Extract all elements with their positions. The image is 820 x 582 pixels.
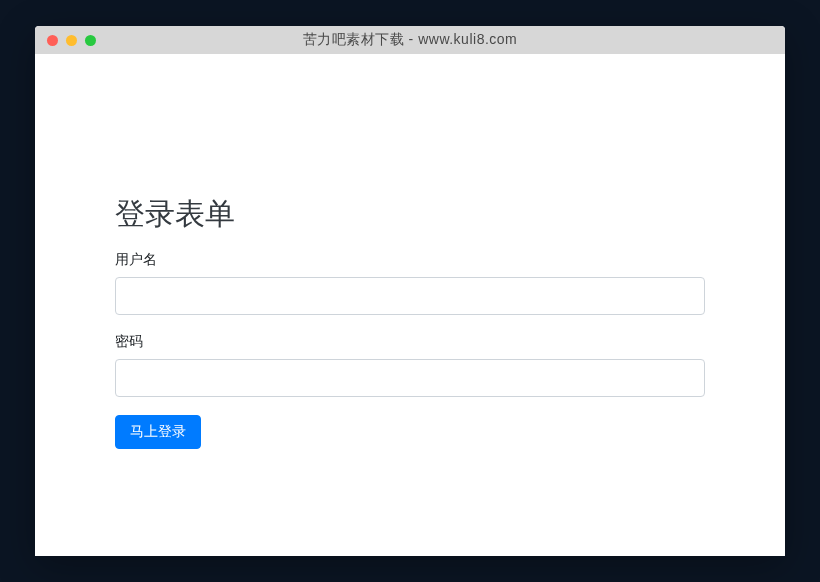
close-icon[interactable] <box>47 35 58 46</box>
maximize-icon[interactable] <box>85 35 96 46</box>
titlebar: 苦力吧素材下载 - www.kuli8.com <box>35 26 785 54</box>
window-title: 苦力吧素材下载 - www.kuli8.com <box>35 31 785 49</box>
password-input[interactable] <box>115 359 705 397</box>
page-content: 登录表单 用户名 密码 马上登录 <box>35 54 785 556</box>
submit-button[interactable]: 马上登录 <box>115 415 201 449</box>
traffic-lights <box>35 35 96 46</box>
minimize-icon[interactable] <box>66 35 77 46</box>
password-label: 密码 <box>115 333 705 351</box>
username-input[interactable] <box>115 277 705 315</box>
username-group: 用户名 <box>115 251 705 315</box>
browser-window: 苦力吧素材下载 - www.kuli8.com 登录表单 用户名 密码 马上登录 <box>35 26 785 556</box>
form-title: 登录表单 <box>115 194 705 235</box>
username-label: 用户名 <box>115 251 705 269</box>
password-group: 密码 <box>115 333 705 397</box>
